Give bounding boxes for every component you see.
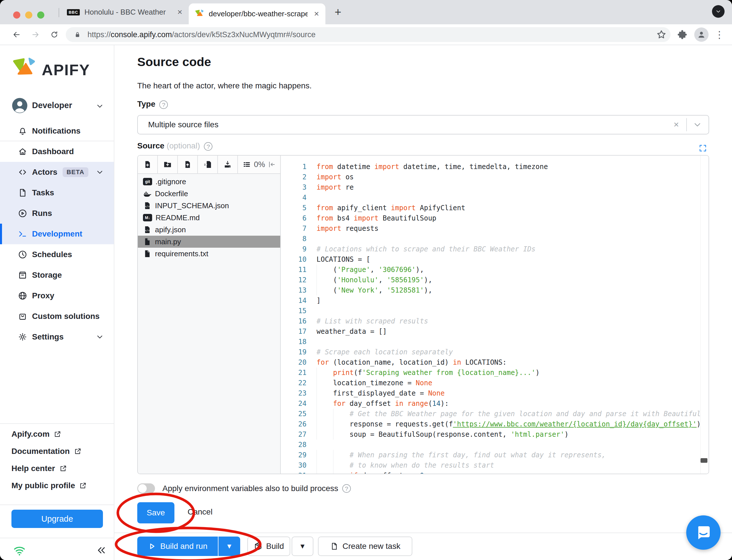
code-line-24[interactable]: 24 for day_offset in range(14):	[281, 398, 700, 409]
profile-avatar[interactable]	[694, 27, 709, 42]
code-line-21[interactable]: 21 print(f'Scraping weather from {locati…	[281, 368, 700, 378]
build-button[interactable]: Build	[247, 537, 290, 556]
sidebar-item-schedules[interactable]: Schedules	[0, 244, 114, 265]
code-line-5[interactable]: 5from apify_client import ApifyClient	[281, 203, 700, 213]
code-line-26[interactable]: 26 response = requests.get(f'https://www…	[281, 419, 700, 429]
code-line-11[interactable]: 11 ('Prague', '3067696'),	[281, 265, 700, 275]
code-line-23[interactable]: 23 first_displayed_date = None	[281, 388, 700, 398]
file-item-main-py[interactable]: main.py	[138, 236, 280, 248]
reload-button[interactable]	[47, 28, 61, 41]
code-line-13[interactable]: 13 ('New York', '5128581'),	[281, 285, 700, 295]
sidebar-item-settings[interactable]: Settings	[0, 327, 114, 347]
code-line-17[interactable]: 17weather_data = []	[281, 326, 700, 337]
tab-close-icon[interactable]: ×	[175, 7, 185, 17]
env-variables-toggle[interactable]	[137, 483, 155, 494]
sidebar-item-actors[interactable]: ActorsBETA	[0, 162, 114, 182]
build-and-run-button[interactable]: Build and run	[137, 537, 218, 556]
help-icon[interactable]: ?	[159, 100, 168, 109]
build-dropdown[interactable]: ▼	[292, 537, 314, 556]
window-minimize-button[interactable]	[25, 11, 32, 19]
code-line-1[interactable]: 1from datetime import datetime, time, ti…	[281, 162, 700, 172]
upload-file-button[interactable]	[178, 156, 198, 173]
collapse-panel-icon[interactable]	[268, 160, 276, 169]
back-button[interactable]	[10, 28, 23, 41]
help-icon[interactable]: ?	[342, 484, 351, 493]
sidebar-item-development[interactable]: Development	[0, 224, 114, 244]
help-icon[interactable]: ?	[204, 142, 213, 151]
code-line-7[interactable]: 7import requests	[281, 223, 700, 234]
import-file-button[interactable]	[198, 156, 218, 173]
collapse-sidebar-icon[interactable]	[96, 545, 107, 556]
new-tab-button[interactable]: +	[332, 6, 344, 19]
extensions-puzzle-icon[interactable]	[677, 29, 688, 40]
code-line-16[interactable]: 16# List with scraped results	[281, 316, 700, 326]
sidebar-item-custom-solutions[interactable]: Custom solutions	[0, 306, 114, 327]
code-line-29[interactable]: 29 # When parsing the first day, find ou…	[281, 450, 700, 460]
browser-tab-bbc-weather[interactable]: BBC Honolulu - BBC Weather ×	[60, 0, 189, 24]
new-file-button[interactable]	[138, 156, 158, 173]
footer-link-apify-com[interactable]: Apify.com	[0, 426, 114, 443]
code-line-19[interactable]: 19# Scrape each location separately	[281, 347, 700, 357]
sidebar-item-storage[interactable]: Storage	[0, 265, 114, 285]
browser-menu-icon[interactable]: ⋮	[714, 28, 725, 41]
sidebar-item-notifications[interactable]: Notifications	[0, 123, 114, 140]
chat-widget-button[interactable]	[686, 515, 721, 550]
code-line-6[interactable]: 6from bs4 import BeautifulSoup	[281, 213, 700, 223]
save-button[interactable]: Save	[137, 502, 175, 523]
code-line-9[interactable]: 9# Locations which to scrape and their B…	[281, 244, 700, 254]
external-link-icon	[53, 430, 62, 438]
code-line-20[interactable]: 20for (location_name, location_id) in LO…	[281, 357, 700, 368]
file-item--gitignore[interactable]: git.gitignore	[138, 176, 280, 188]
code-line-8[interactable]: 8	[281, 234, 700, 244]
code-line-31[interactable]: 31 if day_offset == 0:	[281, 470, 700, 474]
browser-tab-apify-console[interactable]: developer/bbc-weather-scrape ×	[189, 3, 326, 24]
build-and-run-dropdown[interactable]: ▼	[218, 537, 240, 556]
chevron-down-icon[interactable]	[693, 120, 702, 130]
download-button[interactable]	[218, 156, 238, 173]
upgrade-button[interactable]: Upgrade	[11, 510, 103, 528]
footer-link-my-public-profile[interactable]: My public profile	[0, 477, 114, 494]
type-select[interactable]: Multiple source files ×	[137, 115, 709, 134]
code-line-14[interactable]: 14]	[281, 295, 700, 306]
create-new-task-button[interactable]: Create new task	[318, 537, 412, 556]
file-item-input-schema-json[interactable]: </>INPUT_SCHEMA.json	[138, 200, 280, 212]
tab-close-icon[interactable]: ×	[312, 9, 322, 19]
code-line-10[interactable]: 10LOCATIONS = [	[281, 254, 700, 265]
window-close-button[interactable]	[13, 11, 20, 19]
file-item-dockerfile[interactable]: Dockerfile	[138, 188, 280, 200]
sidebar-item-proxy[interactable]: Proxy	[0, 285, 114, 306]
code-line-18[interactable]: 18	[281, 337, 700, 347]
window-zoom-button[interactable]	[37, 11, 44, 19]
editor-scrollbar-thumb[interactable]	[701, 458, 707, 463]
footer-link-documentation[interactable]: Documentation	[0, 443, 114, 460]
code-line-15[interactable]: 15	[281, 306, 700, 316]
code-line-22[interactable]: 22 location_timezone = None	[281, 378, 700, 388]
footer-link-help-center[interactable]: Help center	[0, 460, 114, 477]
new-folder-button[interactable]	[158, 156, 178, 173]
sidebar-item-runs[interactable]: Runs	[0, 203, 114, 224]
sidebar-item-tasks[interactable]: Tasks	[0, 182, 114, 203]
code-line-2[interactable]: 2import os	[281, 172, 700, 182]
apify-logo[interactable]: APIFY	[11, 56, 90, 83]
tab-search-button[interactable]	[712, 5, 725, 18]
code-line-28[interactable]: 28	[281, 440, 700, 450]
list-view-icon[interactable]	[243, 160, 251, 169]
code-line-25[interactable]: 25 # Get the BBC Weather page for the gi…	[281, 409, 700, 419]
file-item-requirements-txt[interactable]: requirements.txt	[138, 248, 280, 260]
code-line-3[interactable]: 3import re	[281, 182, 700, 192]
sidebar-item-dashboard[interactable]: Dashboard	[0, 141, 114, 162]
code-panel[interactable]: 1from datetime import datetime, time, ti…	[281, 156, 709, 474]
code-line-27[interactable]: 27 soup = BeautifulSoup(response.content…	[281, 429, 700, 440]
address-bar[interactable]: https://console.apify.com/actors/dev/k5t…	[66, 27, 670, 42]
file-item-apify-json[interactable]: </>apify.json	[138, 224, 280, 236]
forward-button[interactable]	[29, 28, 42, 41]
code-line-12[interactable]: 12 ('Honolulu', '5856195'),	[281, 275, 700, 285]
clear-icon[interactable]: ×	[672, 120, 681, 129]
cancel-button[interactable]: Cancel	[188, 507, 213, 517]
account-menu[interactable]: Developer	[0, 97, 114, 115]
bookmark-star-icon[interactable]	[656, 29, 667, 40]
fullscreen-icon[interactable]	[698, 144, 707, 153]
code-line-4[interactable]: 4	[281, 192, 700, 203]
code-line-30[interactable]: 30 # to know when do the results start	[281, 460, 700, 470]
file-item-readme-md[interactable]: M↓README.md	[138, 212, 280, 224]
